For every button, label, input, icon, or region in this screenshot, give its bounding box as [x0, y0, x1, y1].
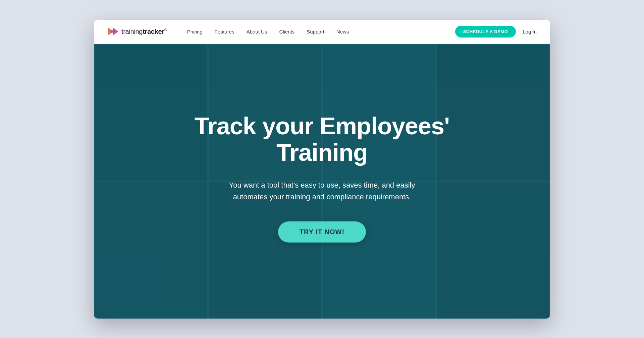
nav-item-clients[interactable]: Clients: [279, 29, 294, 35]
nav-links: Pricing Features About Us Clients Suppor…: [187, 29, 455, 35]
logo-icon: [107, 27, 119, 36]
nav-item-pricing[interactable]: Pricing: [187, 29, 203, 35]
try-it-now-button[interactable]: TRY IT NOW!: [278, 221, 366, 243]
logo-text: trainingtracker®: [121, 28, 167, 36]
schedule-demo-button[interactable]: SCHEDULE A DEMO: [455, 26, 516, 38]
nav-item-support[interactable]: Support: [307, 29, 324, 35]
hero-subtitle: You want a tool that's easy to use, save…: [215, 179, 429, 203]
browser-window: trainingtracker® Pricing Features About …: [94, 20, 550, 319]
hero-title: Track your Employees' Training: [184, 113, 460, 166]
nav-right: SCHEDULE A DEMO Log In: [455, 26, 537, 38]
nav-item-about-us[interactable]: About Us: [247, 29, 267, 35]
hero-section: Track your Employees' Training You want …: [94, 44, 550, 319]
nav-item-features[interactable]: Features: [215, 29, 234, 35]
logo[interactable]: trainingtracker®: [107, 27, 167, 36]
hero-content: Track your Employees' Training You want …: [184, 113, 460, 243]
nav-item-news[interactable]: News: [336, 29, 349, 35]
login-link[interactable]: Log In: [523, 29, 537, 35]
navbar: trainingtracker® Pricing Features About …: [94, 20, 550, 44]
